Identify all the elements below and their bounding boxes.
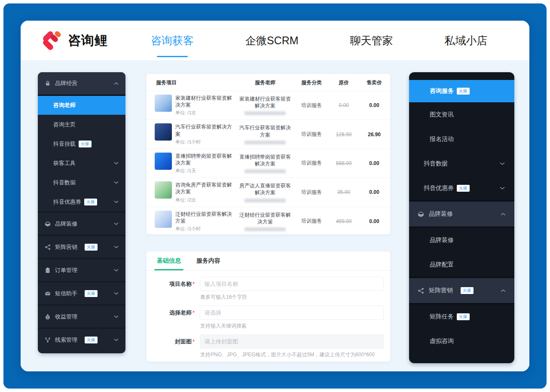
nav-tab-chat-manager[interactable]: 聊天管家 — [348, 34, 395, 48]
service-unit: 单位: /1次 — [175, 110, 235, 116]
sidebar-item-label: 品牌配置 — [430, 261, 454, 269]
sidebar-item-label: 品牌装修 — [430, 236, 454, 244]
table-row[interactable]: 汽车行业获客留资解决方案单位: /1小时 汽车行业获客留资解决方案 培训服务 1… — [147, 120, 390, 149]
field-label-project-name: 项目名称* — [147, 277, 195, 305]
sidebar-group-lead-management[interactable]: 线索管理 火爆 — [38, 328, 125, 351]
sidebar-item-label: 咨询服务 — [430, 87, 454, 95]
table-row[interactable]: 家装建材行业获客留资解决方案单位: /1次 家装建材行业获客留资解决方案 培训服… — [147, 91, 390, 120]
hot-badge: 火爆 — [85, 244, 98, 251]
teacher-name: 泛财经行业留资获客解决方策 — [239, 212, 291, 225]
required-asterisk: * — [192, 309, 195, 316]
cover-image-upload[interactable] — [200, 334, 384, 349]
rsidebar-item-consult-service[interactable]: 咨询服务 火爆 — [409, 80, 514, 102]
brand-logo-icon — [43, 31, 63, 50]
teacher-name: 汽车行业获客留资解决方案 — [239, 125, 291, 138]
sidebar-group-label: 订单管理 — [55, 266, 77, 274]
chevron-down-icon — [114, 181, 119, 184]
col-original-price: 原价 — [329, 74, 359, 91]
hot-badge: 火爆 — [79, 141, 92, 147]
field-label-cover-image: 封面图* — [147, 334, 195, 361]
rsidebar-item-signup-activity[interactable]: 报名活动 — [409, 127, 514, 151]
service-unit: 单位: /2次 — [175, 197, 235, 203]
nav-tab-consult-leads[interactable]: 咨询获客 — [149, 34, 196, 48]
teacher-name: 房产达人直播留资获客解决方案 — [239, 183, 291, 196]
sidebar-item-douyin-mount[interactable]: 抖音挂载 火爆 — [38, 134, 125, 153]
service-edit-panel: 基础信息 服务内容 项目名称* 最多可输入16个字符 选择老师* 支持输入关键词… — [147, 251, 390, 361]
left-sidebar: 品牌经营 咨询老师 咨询主页 抖音挂载 火爆 获客工具 — [38, 72, 125, 353]
col-service-teacher: 服务老师 — [236, 74, 294, 91]
rsidebar-item-douyin-data[interactable]: 抖音数据 — [409, 151, 514, 176]
nav-tab-wecom-scrm[interactable]: 企微SCRM — [244, 34, 300, 48]
chevron-down-icon — [114, 315, 119, 318]
sidebar-item-label: 抖音挂载 — [53, 140, 76, 148]
rsidebar-item-douyin-coupon[interactable]: 抖音优惠券 火爆 — [409, 176, 514, 200]
table-row[interactable]: 直播招聘带岗留资获客解决方案单位: /1天 直播招聘带岗留资获客解决方案 培训服… — [147, 149, 390, 178]
service-thumbnail — [155, 181, 172, 199]
table-row[interactable]: 咨询免房产资获客留资解决方案单位: /2次 房产达人直播留资获客解决方案 培训服… — [147, 178, 390, 207]
teacher-select[interactable] — [200, 306, 384, 320]
table-row[interactable]: 泛财经行业留资获客解决方策单位: /1小时 泛财经行业留资获客解决方策 培训服务… — [147, 207, 390, 234]
service-unit: 单位: /1小时 — [175, 226, 235, 232]
rsidebar-item-brand-config[interactable]: 品牌配置 — [409, 252, 514, 277]
sidebar-group-order-management[interactable]: 订单管理 — [38, 258, 125, 281]
sidebar-item-consult-teacher[interactable]: 咨询老师 — [38, 95, 125, 115]
hot-badge: 火爆 — [457, 88, 470, 95]
teacher-name: 直播招聘带岗留资获客解决方案 — [239, 154, 291, 167]
sidebar-group-matrix-marketing[interactable]: 矩阵营销 火爆 — [38, 235, 125, 258]
table-header-row: 服务项目 服务老师 服务分类 原价 售卖价 预留客资 — [147, 74, 390, 91]
rsidebar-item-matrix-task[interactable]: 矩阵任务 火爆 — [409, 304, 514, 329]
nav-tab-private-shop[interactable]: 私域小店 — [443, 34, 489, 48]
sale-price: 0.00 — [359, 207, 390, 234]
sidebar-group-brand-decoration[interactable]: 品牌装修 — [38, 211, 125, 235]
brand-logo: 咨询鲤 — [43, 31, 108, 50]
sidebar-group-label: 品牌装修 — [55, 220, 77, 228]
sale-price: 0.00 — [359, 149, 390, 178]
rsidebar-item-virtual-consult[interactable]: 虚拟咨询 — [409, 329, 514, 353]
sidebar-item-lead-tools[interactable]: 获客工具 — [38, 153, 125, 173]
sidebar-group-brand-operation[interactable]: 品牌经营 — [38, 72, 125, 95]
sidebar-item-label: 抖音优惠券 — [424, 184, 454, 192]
service-thumbnail — [155, 153, 172, 170]
services-table-panel: 服务项目 服务老师 服务分类 原价 售卖价 预留客资 家装建材行业获客留资解决方… — [147, 74, 390, 234]
share-icon — [418, 288, 424, 294]
chevron-down-icon — [114, 245, 119, 248]
rsidebar-group-brand-decoration[interactable]: 品牌装修 — [409, 200, 514, 228]
cube-icon — [418, 211, 424, 217]
required-asterisk: * — [192, 338, 195, 345]
services-table: 服务项目 服务老师 服务分类 原价 售卖价 预留客资 家装建材行业获客留资解决方… — [147, 74, 390, 234]
hot-badge: 火爆 — [461, 287, 474, 294]
original-price: 0.00 — [329, 91, 359, 120]
app-window: 咨询鲤 咨询获客 企微SCRM 聊天管家 私域小店 品牌经营 咨询老师 — [21, 21, 529, 371]
sidebar-group-label: 收益管理 — [55, 313, 77, 321]
chevron-down-icon — [114, 222, 119, 225]
rsidebar-group-matrix-marketing[interactable]: 矩阵营销 火爆 — [409, 277, 514, 304]
field-hint: 最多可输入16个字符 — [200, 294, 384, 301]
chevron-up-icon — [501, 289, 506, 292]
sidebar-group-label: 品牌经营 — [55, 80, 77, 87]
sidebar-group-sms-assistant[interactable]: 短信助手 火爆 — [38, 281, 125, 304]
tab-basic-info[interactable]: 基础信息 — [157, 251, 181, 270]
sidebar-item-label: 获客工具 — [53, 159, 76, 167]
sidebar-item-douyin-coupon[interactable]: 抖音优惠券 火爆 — [38, 192, 125, 211]
sidebar-item-douyin-data[interactable]: 抖音数据 — [38, 173, 125, 192]
teacher-name: 家装建材行业获客留资解决方案 — [239, 96, 291, 109]
content-area: 品牌经营 咨询老师 咨询主页 抖音挂载 火爆 获客工具 — [21, 60, 529, 371]
chevron-down-icon — [114, 200, 119, 203]
sidebar-group-revenue-management[interactable]: $ 收益管理 — [38, 304, 125, 328]
share-icon — [45, 244, 51, 250]
tab-service-content[interactable]: 服务内容 — [196, 251, 220, 270]
sidebar-item-label: 咨询主页 — [53, 121, 76, 129]
sidebar-item-consult-home[interactable]: 咨询主页 — [38, 115, 125, 134]
hot-badge: 火爆 — [457, 185, 470, 192]
service-title: 咨询免房产资获客留资解决方案 — [175, 181, 235, 195]
service-unit: 单位: /1小时 — [175, 139, 235, 145]
sidebar-item-label: 图文资讯 — [430, 111, 454, 119]
rsidebar-item-image-text-news[interactable]: 图文资讯 — [409, 102, 514, 127]
sidebar-group-label: 品牌装修 — [429, 210, 453, 218]
form-tabs: 基础信息 服务内容 — [147, 251, 390, 271]
sale-price: 26.90 — [359, 120, 390, 149]
svg-text:$: $ — [47, 315, 49, 318]
project-name-input[interactable] — [200, 277, 384, 291]
chevron-up-icon — [114, 82, 119, 85]
rsidebar-item-brand-decoration[interactable]: 品牌装修 — [409, 228, 514, 252]
